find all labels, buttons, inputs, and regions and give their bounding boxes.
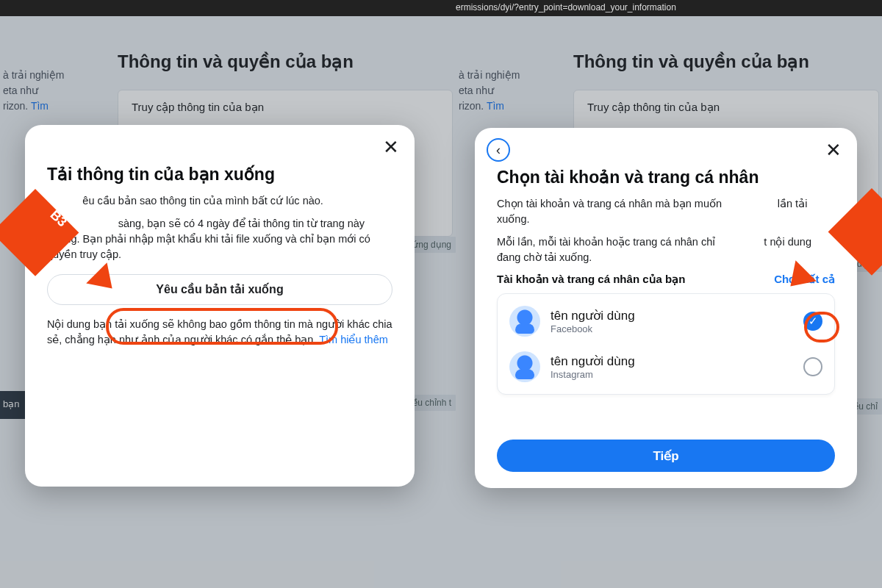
avatar-icon — [509, 351, 540, 382]
account-text: tên người dùng Instagram — [551, 354, 793, 380]
checkbox-unchecked-icon[interactable] — [803, 357, 822, 376]
chevron-left-icon: ‹ — [496, 143, 501, 158]
request-download-button[interactable]: Yêu cầu bản tải xuống — [47, 274, 392, 305]
close-icon[interactable]: ✕ — [379, 135, 403, 159]
account-row-instagram[interactable]: tên người dùng Instagram — [508, 344, 824, 390]
modal-choose-accounts: ‹ ✕ Chọn tài khoản và trang cá nhân Chọn… — [475, 128, 857, 488]
modal-left-p1: XXXXXêu cầu bản sao thông tin của mình b… — [47, 193, 392, 209]
avatar-icon — [509, 306, 540, 337]
modal-download-info: ✕ Tải thông tin của bạn xuống XXXXXêu cầ… — [25, 125, 415, 487]
modal-left-note: Nội dung bạn tải xuống sẽ không bao gồm … — [47, 317, 392, 348]
account-service: Facebook — [551, 323, 793, 334]
select-all-link[interactable]: Chọn tất cả — [774, 273, 835, 286]
account-service: Instagram — [551, 369, 793, 380]
learn-more-link[interactable]: Tìm hiểu thêm — [319, 334, 388, 345]
modal-right-p2: Mỗi lần, mỗi tài khoản hoặc trang cá nhâ… — [497, 234, 835, 265]
next-button[interactable]: Tiếp — [497, 440, 835, 472]
account-name: tên người dùng — [551, 308, 793, 323]
modal-right-title: Chọn tài khoản và trang cá nhân — [497, 168, 835, 187]
url-bar: ermissions/dyi/?entry_point=download_you… — [0, 0, 882, 16]
section-label: Tài khoản và trang cá nhân của bạn — [497, 273, 685, 286]
account-text: tên người dùng Facebook — [551, 308, 793, 334]
account-name: tên người dùng — [551, 354, 793, 369]
accounts-list: tên người dùng Facebook ✓ tên người dùng… — [497, 293, 835, 395]
section-header-row: Tài khoản và trang cá nhân của bạn Chọn … — [497, 273, 835, 286]
url-fragment: ermissions/dyi/?entry_point=download_you… — [456, 2, 676, 12]
account-row-facebook[interactable]: tên người dùng Facebook ✓ — [508, 298, 824, 344]
close-icon[interactable]: ✕ — [822, 138, 845, 162]
back-button[interactable]: ‹ — [487, 138, 510, 162]
modal-right-p1: Chọn tài khoản và trang cá nhân mà bạn m… — [497, 196, 835, 227]
modal-left-title: Tải thông tin của bạn xuống — [47, 165, 392, 184]
checkbox-checked-icon[interactable]: ✓ — [803, 312, 822, 331]
modal-left-p2: Khi XXXXXXX sàng, bạn sẽ có 4 ngày để tả… — [47, 216, 392, 262]
